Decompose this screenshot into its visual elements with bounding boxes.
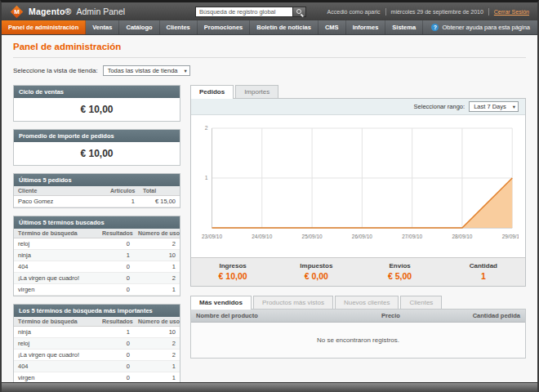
tab-nuevos-clientes[interactable]: Nuevos clientes xyxy=(335,296,399,309)
uses-cell: 1 xyxy=(134,284,180,296)
search-term-cell: virgen xyxy=(14,372,98,383)
tab-importes[interactable]: Importes xyxy=(235,85,278,98)
table-row[interactable]: reloj 0 2 xyxy=(14,338,180,350)
panel-title: Los 5 términos de búsqueda más important… xyxy=(14,305,180,317)
table-header-row: Cliente Artículos Total xyxy=(14,186,180,196)
range-value: Last 7 Days xyxy=(474,103,506,110)
nav-item-promociones[interactable]: Promociones xyxy=(198,20,251,34)
search-term-cell: 404 xyxy=(14,261,98,273)
column-header: Precio xyxy=(376,310,445,322)
table-header-row: Término de búsqueda Resultados Número de… xyxy=(14,317,180,327)
average-order-panel: Promedio de importe de pedidos € 10,00 xyxy=(13,129,180,166)
brand-name: Magento® xyxy=(29,7,72,16)
store-view-label: Seleccione la vista de tienda: xyxy=(13,67,98,74)
table-row[interactable]: ¡La virgen que cuadro! 0 2 xyxy=(14,350,180,361)
range-select[interactable]: Last 7 Days ▾ xyxy=(469,101,519,112)
nav-item-cms[interactable]: CMS xyxy=(318,20,346,34)
search-term-cell: ninja xyxy=(14,250,98,261)
last-search-terms-table: Término de búsqueda Resultados Número de… xyxy=(14,229,180,296)
store-view-value: Todas las vistas de tienda xyxy=(108,67,178,74)
column-header: Nombre del producto xyxy=(191,310,376,322)
column-header: Cliente xyxy=(14,186,106,196)
column-header: Término de búsqueda xyxy=(14,317,98,327)
uses-cell: 2 xyxy=(134,273,180,284)
totals-bar: Ingresos € 10,00 Impuestos € 0,00 Envíos… xyxy=(191,257,525,286)
uses-cell: 1 xyxy=(134,261,180,273)
table-row[interactable]: Paco Gomez 1 € 15,00 xyxy=(14,196,180,207)
total-label: Impuestos xyxy=(274,262,358,270)
chevron-down-icon: ▾ xyxy=(513,104,515,110)
uses-cell: 1 xyxy=(134,372,180,383)
results-cell: 0 xyxy=(98,372,134,383)
tab-productos-mas-vistos[interactable]: Productos más vistos xyxy=(253,296,333,309)
results-cell: 0 xyxy=(98,273,134,284)
nav-item-clientes[interactable]: Clientes xyxy=(160,20,198,34)
total-value: 1 xyxy=(442,271,525,281)
nav-item-catalogo[interactable]: Catálogo xyxy=(119,20,159,34)
uses-cell: 2 xyxy=(134,338,180,350)
results-cell: 0 xyxy=(98,350,134,361)
logout-link[interactable]: Cerrar Sesión xyxy=(494,9,529,15)
search-term-cell: reloj xyxy=(14,238,98,250)
nav-item-ventas[interactable]: Ventas xyxy=(86,20,119,34)
svg-text:24/09/10: 24/09/10 xyxy=(252,234,272,239)
tab-clientes[interactable]: Clientes xyxy=(400,296,442,309)
results-cell: 1 xyxy=(98,250,134,261)
brand: M Magento® Admin Panel xyxy=(10,7,125,16)
total-impuestos: Impuestos € 0,00 xyxy=(274,262,358,281)
svg-text:2: 2 xyxy=(205,125,208,131)
search-term-cell: 404 xyxy=(14,361,98,372)
svg-text:27/09/10: 27/09/10 xyxy=(402,234,422,239)
average-order-value: € 10,00 xyxy=(14,142,180,165)
nav-item-sistema[interactable]: Sistema xyxy=(385,20,423,34)
search-term-cell: virgen xyxy=(14,284,98,296)
divider xyxy=(488,8,489,16)
range-label: Seleccionar rango: xyxy=(414,103,466,110)
store-view-select[interactable]: Todas las vistas de tienda ▾ xyxy=(103,65,190,76)
tab-pedidos[interactable]: Pedidos xyxy=(190,85,234,99)
panel-title: Últimos 5 términos buscados xyxy=(14,216,180,229)
column-header: Total xyxy=(139,186,180,196)
uses-cell: 1 xyxy=(134,361,180,372)
table-row[interactable]: 404 0 1 xyxy=(14,361,180,372)
column-header: Cantidad pedida xyxy=(445,310,525,322)
total-value: € 0,00 xyxy=(274,271,358,281)
page-help-link[interactable]: ? Obtener ayuda para esta página xyxy=(424,20,537,34)
right-column: Pedidos Importes Seleccionar rango: Last… xyxy=(190,85,526,359)
table-row[interactable]: ninja 1 10 xyxy=(14,327,180,338)
results-cell: 0 xyxy=(98,361,134,372)
table-row[interactable]: virgen 0 1 xyxy=(14,284,180,296)
search-button[interactable] xyxy=(293,7,306,17)
lifetime-sales-value: € 10,00 xyxy=(14,98,180,121)
svg-text:26/09/10: 26/09/10 xyxy=(352,234,372,239)
total-envios: Envíos € 5,00 xyxy=(359,262,442,281)
global-search-input[interactable] xyxy=(195,7,293,17)
nav-item-informes[interactable]: Informes xyxy=(346,20,386,34)
search-term-cell: ¡La virgen que cuadro! xyxy=(14,273,98,284)
customer-cell: Paco Gomez xyxy=(14,196,106,207)
results-cell: 0 xyxy=(98,261,134,273)
table-row[interactable]: reloj 0 2 xyxy=(14,238,180,250)
table-row[interactable]: 404 0 1 xyxy=(14,261,180,273)
column-header: Resultados xyxy=(98,229,134,238)
store-switcher: Seleccione la vista de tienda: Todas las… xyxy=(13,65,526,76)
svg-text:28/09/10: 28/09/10 xyxy=(452,234,472,239)
magento-logo-letter: M xyxy=(12,7,21,16)
top-search-terms-panel: Los 5 términos de búsqueda más important… xyxy=(13,304,180,382)
orders-chart: 1223/09/1024/09/1025/09/1026/09/1027/09/… xyxy=(191,115,525,257)
table-row[interactable]: virgen 0 1 xyxy=(14,372,180,383)
search-icon xyxy=(296,9,301,14)
orders-chart-svg: 1223/09/1024/09/1025/09/1026/09/1027/09/… xyxy=(198,120,519,257)
table-row[interactable]: ¡La virgen que cuadro! 0 2 xyxy=(14,273,180,284)
nav-item-dashboard[interactable]: Panel de administración xyxy=(2,20,86,34)
total-value: € 10,00 xyxy=(191,271,274,281)
column-header: Término de búsqueda xyxy=(14,229,98,238)
tab-mas-vendidos[interactable]: Más vendidos xyxy=(190,296,252,310)
brand-suffix: Admin Panel xyxy=(77,7,126,16)
nav-item-boletin[interactable]: Boletín de noticias xyxy=(250,20,318,34)
uses-cell: 2 xyxy=(134,238,180,250)
column-header: Número de usos xyxy=(134,229,180,238)
total-cantidad: Cantidad 1 xyxy=(442,262,525,281)
table-row[interactable]: ninja 1 10 xyxy=(14,250,180,261)
global-search xyxy=(195,7,306,17)
